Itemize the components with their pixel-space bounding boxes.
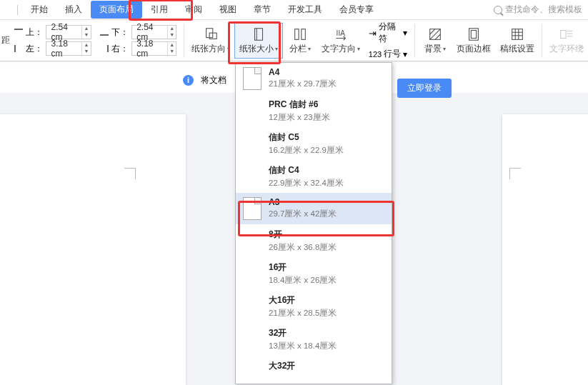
size-dimensions: 18.4厘米 x 26厘米 bbox=[269, 275, 337, 286]
spin-down-icon[interactable]: ▼ bbox=[168, 49, 176, 55]
label: 上： bbox=[26, 26, 43, 39]
chevron-down-icon: ▾ bbox=[403, 28, 407, 38]
chevron-down-icon: ▾ bbox=[308, 46, 311, 52]
info-icon: i bbox=[183, 75, 194, 86]
label: 右： bbox=[111, 43, 129, 55]
page-size-option[interactable]: PRC 信封 #612厘米 x 23厘米 bbox=[236, 94, 392, 127]
margin-bottom-input[interactable]: 2.54 cm▲▼ bbox=[131, 25, 176, 39]
size-dimensions: 16.2厘米 x 22.9厘米 bbox=[269, 145, 344, 156]
doc-grid-button[interactable]: 稿纸设置 bbox=[495, 23, 538, 59]
tab-references[interactable]: 引用 bbox=[142, 1, 176, 19]
tab-member[interactable]: 会员专享 bbox=[331, 1, 382, 19]
margin-group-label: 距 bbox=[0, 34, 10, 46]
separator bbox=[414, 24, 415, 57]
background-button[interactable]: 背景▾ bbox=[418, 23, 452, 59]
page-size-option[interactable]: 8开26厘米 x 36.8厘米 bbox=[236, 224, 392, 257]
spin-up-icon[interactable]: ▲ bbox=[82, 26, 90, 32]
svg-rect-15 bbox=[561, 31, 566, 39]
breaks-button[interactable]: ⇥分隔符▾ bbox=[369, 21, 407, 45]
page-size-option[interactable]: 大32开 bbox=[236, 356, 392, 384]
orientation-button[interactable]: 纸张方向▾ bbox=[187, 23, 234, 59]
banner-text: 将文档 bbox=[201, 74, 226, 86]
size-name: 32开 bbox=[269, 327, 337, 339]
spin-up-icon[interactable]: ▲ bbox=[168, 42, 176, 49]
page-size-button[interactable]: 纸张大小▾ bbox=[234, 23, 283, 59]
margin-right-input[interactable]: 3.18 cm▲▼ bbox=[131, 41, 176, 56]
page-icon bbox=[243, 197, 261, 220]
size-name: 信封 C4 bbox=[269, 164, 344, 176]
tab-page-layout[interactable]: 页面布局 bbox=[91, 1, 142, 19]
search-placeholder: 查找命令、搜索模板 bbox=[505, 4, 582, 16]
page-size-option[interactable]: 信封 C516.2厘米 x 22.9厘米 bbox=[236, 127, 392, 160]
margin-corner-icon bbox=[509, 168, 521, 179]
chevron-down-icon: ▾ bbox=[357, 46, 360, 52]
svg-rect-5 bbox=[302, 29, 306, 40]
tab-section[interactable]: 章节 bbox=[245, 1, 279, 19]
columns-icon bbox=[292, 26, 308, 42]
login-button[interactable]: 立即登录 bbox=[397, 79, 452, 98]
svg-rect-2 bbox=[255, 29, 263, 41]
text-wrap-button: 文字环绕 bbox=[545, 23, 588, 59]
separator bbox=[542, 24, 542, 57]
line-numbers-button[interactable]: 123行号▾ bbox=[369, 48, 407, 60]
text-direction-button[interactable]: IIA 文字方向▾ bbox=[317, 23, 364, 59]
page-size-dropdown[interactable]: A421厘米 x 29.7厘米PRC 信封 #612厘米 x 23厘米信封 C5… bbox=[235, 62, 392, 384]
size-dimensions: 21厘米 x 29.7厘米 bbox=[269, 79, 337, 89]
info-banner: i 将文档 bbox=[183, 74, 226, 86]
spin-up-icon[interactable]: ▲ bbox=[82, 42, 90, 49]
page-border-icon bbox=[466, 26, 482, 42]
search-input[interactable]: 查找命令、搜索模板 bbox=[494, 4, 582, 16]
margin-left-icon bbox=[14, 45, 23, 52]
page-size-icon bbox=[251, 26, 266, 42]
tab-dev-tools[interactable]: 开发工具 bbox=[279, 1, 331, 19]
size-dimensions: 12厘米 x 23厘米 bbox=[269, 112, 330, 123]
text-wrap-icon bbox=[559, 26, 574, 42]
document-page[interactable] bbox=[0, 114, 186, 385]
document-page[interactable] bbox=[502, 114, 588, 385]
page-size-option[interactable]: 大16开21厘米 x 28.5厘米 bbox=[236, 290, 392, 323]
tab-insert[interactable]: 插入 bbox=[56, 1, 91, 19]
margin-top-input[interactable]: 2.54 cm▲▼ bbox=[46, 25, 91, 39]
spin-up-icon[interactable]: ▲ bbox=[168, 26, 176, 32]
chevron-down-icon: ▾ bbox=[227, 46, 230, 52]
margin-corner-icon bbox=[124, 168, 136, 179]
page-size-option[interactable]: A329.7厘米 x 42厘米 bbox=[236, 193, 392, 224]
background-icon bbox=[427, 26, 443, 42]
size-name: 16开 bbox=[269, 261, 337, 274]
page-size-option[interactable]: 16开18.4厘米 x 26厘米 bbox=[236, 257, 392, 290]
label: 左： bbox=[26, 43, 43, 55]
page-border-button[interactable]: 页面边框 bbox=[452, 23, 495, 59]
separator bbox=[184, 24, 184, 57]
toolbar: 距 上：2.54 cm▲▼ 左：3.18 cm▲▼ 下：2.54 cm▲▼ 右：… bbox=[0, 20, 588, 61]
search-icon bbox=[494, 6, 502, 14]
chevron-down-icon: ▾ bbox=[443, 46, 446, 52]
spin-down-icon[interactable]: ▼ bbox=[82, 32, 90, 39]
margin-left-input[interactable]: 3.18 cm▲▼ bbox=[46, 41, 91, 56]
text-direction-icon: IIA bbox=[333, 26, 349, 42]
svg-rect-10 bbox=[512, 29, 522, 40]
spin-down-icon[interactable]: ▼ bbox=[82, 49, 90, 55]
margin-bottom-icon bbox=[100, 29, 109, 36]
size-name: 大32开 bbox=[269, 360, 295, 372]
chevron-down-icon: ▾ bbox=[275, 46, 278, 52]
margin-right-group: 下：2.54 cm▲▼ 右：3.18 cm▲▼ bbox=[96, 23, 181, 58]
label: 下： bbox=[111, 26, 129, 39]
page-size-option[interactable]: A421厘米 x 29.7厘米 bbox=[236, 63, 392, 94]
tab-home[interactable]: 开始 bbox=[22, 1, 56, 19]
page-size-option[interactable]: 信封 C422.9厘米 x 32.4厘米 bbox=[236, 160, 392, 193]
page-size-option[interactable]: 32开13厘米 x 18.4厘米 bbox=[236, 323, 392, 356]
size-name: 8开 bbox=[269, 229, 337, 241]
columns-button[interactable]: 分栏▾ bbox=[283, 23, 317, 59]
tab-view[interactable]: 视图 bbox=[211, 1, 245, 19]
size-dimensions: 13厘米 x 18.4厘米 bbox=[269, 341, 337, 351]
size-name: 信封 C5 bbox=[269, 131, 344, 144]
margin-top-icon bbox=[14, 29, 23, 36]
svg-rect-9 bbox=[472, 31, 477, 39]
svg-rect-4 bbox=[295, 29, 299, 40]
size-dimensions: 22.9厘米 x 32.4厘米 bbox=[269, 178, 344, 189]
size-dimensions: 21厘米 x 28.5厘米 bbox=[269, 308, 337, 319]
doc-grid-icon bbox=[509, 26, 525, 42]
tab-review[interactable]: 审阅 bbox=[176, 1, 211, 19]
page-icon bbox=[243, 67, 261, 90]
spin-down-icon[interactable]: ▼ bbox=[168, 32, 176, 39]
